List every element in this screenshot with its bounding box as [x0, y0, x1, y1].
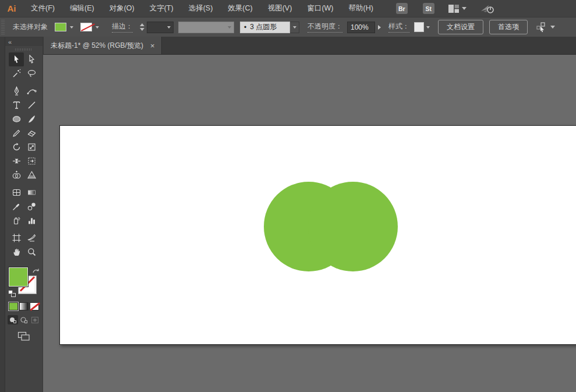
style-chevron-icon[interactable]: [426, 26, 430, 29]
draw-inside-button[interactable]: [30, 315, 40, 324]
bridge-icon[interactable]: Br: [396, 3, 408, 14]
magic-wand-tool[interactable]: [9, 66, 24, 80]
document-tab[interactable]: 未标题-1* @ 52% (RGB/预览) ×: [44, 37, 162, 54]
gradient-tool[interactable]: [24, 185, 39, 199]
color-button[interactable]: [9, 302, 18, 310]
rotate-tool[interactable]: [9, 140, 24, 154]
blend-icon: [27, 202, 37, 211]
chevron-down-icon: [462, 7, 467, 10]
select-similar-icon: [536, 22, 547, 32]
column-graph-tool[interactable]: [24, 213, 39, 227]
none-button[interactable]: [30, 302, 39, 310]
opacity-input[interactable]: 100%: [347, 22, 375, 33]
stroke-weight-label[interactable]: 描边：: [112, 22, 133, 33]
menu-view[interactable]: 视图(V): [260, 0, 300, 17]
paintbrush-tool[interactable]: [24, 112, 39, 126]
fill-color-swatch[interactable]: [55, 23, 66, 31]
variable-width-profile-dropdown[interactable]: [178, 22, 234, 33]
curvature-tool[interactable]: [24, 84, 39, 98]
stepper-down-icon[interactable]: [140, 28, 144, 31]
shaper-tool[interactable]: [9, 126, 24, 140]
hand-tool[interactable]: [9, 245, 24, 259]
fill-stroke-widget: [8, 267, 40, 297]
work-area: 未标题-1* @ 52% (RGB/预览) ×: [43, 37, 576, 392]
toolbar-grip[interactable]: [15, 48, 33, 51]
workspace-switcher[interactable]: [448, 5, 467, 13]
stroke-weight-dropdown[interactable]: [147, 22, 174, 33]
style-swatch[interactable]: [414, 22, 424, 32]
canvas[interactable]: [43, 55, 576, 392]
artboard-tool[interactable]: [9, 231, 24, 245]
shape-builder-icon: [12, 170, 22, 180]
main-area: «: [0, 37, 576, 392]
menu-type[interactable]: 文字(T): [142, 0, 181, 17]
drawing-modes-row: [8, 315, 40, 324]
menu-edit[interactable]: 编辑(E): [62, 0, 102, 17]
draw-normal-button[interactable]: [8, 315, 18, 324]
lasso-tool[interactable]: [24, 66, 39, 80]
default-fill-stroke-button[interactable]: [8, 290, 16, 297]
green-circle-right[interactable]: [308, 182, 398, 271]
eyedropper-tool[interactable]: [9, 199, 24, 213]
gradient-button[interactable]: [19, 302, 29, 310]
preferences-button[interactable]: 首选项: [489, 20, 528, 34]
brush-chevron-button[interactable]: [290, 22, 299, 33]
free-transform-tool[interactable]: [24, 154, 39, 168]
draw-normal-icon: [9, 316, 17, 324]
opacity-expand-button[interactable]: [375, 22, 384, 33]
close-icon[interactable]: ×: [150, 42, 155, 50]
document-tab-title: 未标题-1* @ 52% (RGB/预览): [51, 41, 143, 51]
stroke-weight-stepper[interactable]: [140, 23, 144, 31]
draw-behind-button[interactable]: [19, 315, 29, 324]
fill-indicator[interactable]: [9, 267, 28, 287]
toolbar-collapse-button[interactable]: «: [5, 37, 43, 46]
menu-effect[interactable]: 效果(C): [220, 0, 260, 17]
menu-bar: Ai 文件(F) 编辑(E) 对象(O) 文字(T) 选择(S) 效果(C) 视…: [0, 0, 576, 17]
opacity-label[interactable]: 不透明度：: [308, 22, 342, 33]
zoom-tool[interactable]: [24, 245, 39, 259]
stroke-chevron-icon[interactable]: [96, 26, 99, 29]
slice-tool[interactable]: [24, 231, 39, 245]
brush-definition-dropdown[interactable]: • 3 点圆形: [240, 22, 290, 33]
ellipse-tool[interactable]: [9, 112, 24, 126]
draw-behind-icon: [20, 316, 28, 324]
stepper-up-icon[interactable]: [140, 23, 144, 26]
zoom-icon: [27, 247, 37, 257]
pen-tool[interactable]: [9, 84, 24, 98]
screen-mode-icon: [17, 331, 30, 341]
menu-help[interactable]: 帮助(H): [341, 0, 381, 17]
perspective-grid-tool[interactable]: [24, 168, 39, 182]
scale-tool[interactable]: [24, 140, 39, 154]
fill-color-control: [55, 23, 76, 31]
change-screen-mode-button[interactable]: [17, 331, 30, 344]
paintbrush-icon: [27, 114, 37, 124]
symbol-sprayer-tool[interactable]: [9, 213, 24, 227]
chevron-right-icon: [378, 25, 381, 30]
stock-icon[interactable]: St: [423, 3, 434, 14]
draw-inside-icon: [31, 316, 39, 324]
style-label[interactable]: 样式：: [388, 22, 409, 33]
hand-icon: [12, 247, 22, 257]
symbol-sprayer-icon: [12, 216, 22, 225]
line-segment-tool[interactable]: [24, 98, 39, 112]
stroke-color-swatch[interactable]: [80, 23, 92, 31]
menu-window[interactable]: 窗口(W): [299, 0, 341, 17]
shape-builder-tool[interactable]: [9, 168, 24, 182]
tool-grid: [9, 52, 39, 259]
fill-chevron-icon[interactable]: [70, 26, 73, 29]
swap-fill-stroke-button[interactable]: [32, 267, 40, 277]
gpu-performance-button[interactable]: [480, 3, 496, 14]
direct-selection-tool[interactable]: [24, 52, 39, 66]
type-tool[interactable]: [9, 98, 24, 112]
selection-tool[interactable]: [9, 52, 24, 66]
select-similar-objects-button[interactable]: [536, 22, 555, 32]
menu-object[interactable]: 对象(O): [102, 0, 142, 17]
blend-tool[interactable]: [24, 199, 39, 213]
menu-file[interactable]: 文件(F): [23, 0, 62, 17]
width-tool[interactable]: [9, 154, 24, 168]
document-setup-button[interactable]: 文档设置: [438, 20, 483, 34]
menu-select[interactable]: 选择(S): [181, 0, 221, 17]
mesh-tool[interactable]: [9, 185, 24, 199]
panel-grip[interactable]: [1, 20, 5, 35]
eraser-tool[interactable]: [24, 126, 39, 140]
